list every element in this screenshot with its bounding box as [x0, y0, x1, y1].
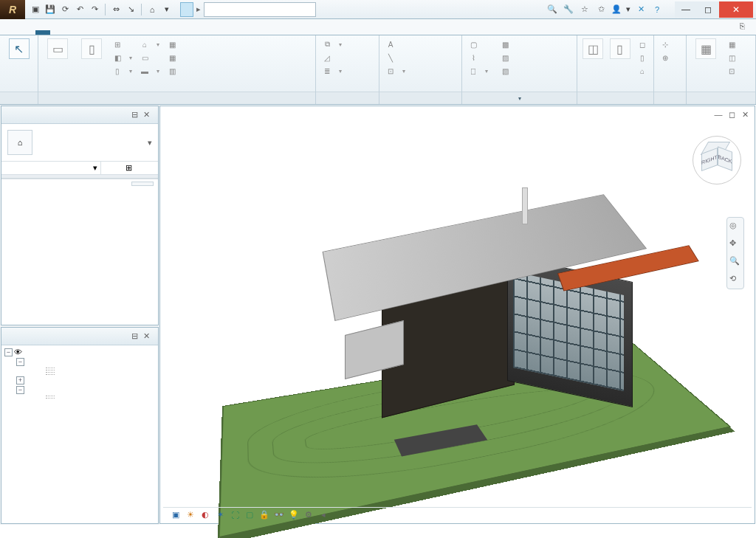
visual-style-icon[interactable]: ▣ — [171, 510, 181, 520]
key-icon[interactable]: 🔧 — [563, 4, 574, 15]
floor-button[interactable]: ▬▾ — [138, 65, 161, 77]
temp-hide-icon[interactable]: 👓 — [274, 510, 284, 520]
crop-region-icon[interactable]: ▢ — [244, 510, 255, 520]
grid-button[interactable]: ⊕ — [659, 52, 672, 63]
qat-open-icon[interactable]: ▣ — [30, 4, 41, 15]
qat-redo-icon[interactable]: ↷ — [89, 4, 100, 15]
tab-collaborate[interactable] — [139, 30, 154, 35]
shadows-icon[interactable]: ◐ — [200, 510, 210, 520]
area-button[interactable]: ▩ — [498, 38, 512, 50]
lock-icon[interactable]: 🔒 — [259, 510, 269, 520]
tab-massing-site[interactable] — [124, 30, 139, 35]
edit-type-button[interactable]: ⊞ — [100, 162, 158, 174]
tree-3d-views[interactable]: − — [4, 385, 155, 395]
dormer-button[interactable]: ⌂ — [636, 65, 649, 77]
browser-header[interactable]: ⊟ ✕ — [1, 328, 158, 345]
viewcube[interactable]: RIGHT BACK — [693, 136, 741, 184]
pin-icon[interactable]: ⊟ — [131, 331, 142, 342]
close-button[interactable]: ✕ — [719, 1, 753, 18]
tree-fireplace[interactable] — [4, 397, 155, 399]
close-icon[interactable]: ✕ — [143, 110, 154, 120]
project-tree[interactable]: −👁 − + − — [1, 345, 158, 523]
pan-icon[interactable]: ✥ — [729, 238, 741, 250]
maximize-button[interactable]: ◻ — [697, 1, 719, 18]
door-button[interactable]: ▯ — [77, 38, 106, 61]
tab-manage[interactable] — [168, 30, 183, 35]
type-selector[interactable]: ⌂ ▾ — [1, 124, 158, 162]
ribbon-expand-icon[interactable]: ⎘ — [740, 21, 753, 35]
qat-sync-icon[interactable]: ⟳ — [59, 4, 71, 15]
qat-align-icon[interactable]: ↘ — [125, 4, 137, 15]
crop-icon[interactable]: ⛶ — [230, 510, 240, 520]
tree-ceiling-plans[interactable]: + — [4, 376, 155, 385]
level-button[interactable]: ⊹ — [659, 38, 672, 50]
star-icon[interactable]: ☆ — [579, 4, 591, 15]
apply-button[interactable] — [131, 182, 154, 186]
worksharing-icon[interactable]: ⚙ — [303, 510, 314, 520]
qat-undo-icon[interactable]: ↶ — [74, 4, 86, 15]
column-button[interactable]: ▯▾ — [111, 65, 134, 77]
railing-button[interactable]: ⧉▾ — [320, 38, 343, 50]
wall-opening-button[interactable]: ◻ — [636, 38, 649, 50]
collapse-icon[interactable]: − — [4, 348, 13, 356]
tab-view[interactable] — [154, 30, 168, 35]
room-separator-button[interactable]: ⌇ — [467, 52, 489, 63]
set-button[interactable]: ▦ — [691, 38, 721, 61]
ceiling-button[interactable]: ▭ — [138, 52, 161, 63]
qat-dropdown-icon[interactable]: ▾ — [161, 4, 173, 15]
ramp-button[interactable]: ◿ — [320, 52, 343, 63]
qat-measure-icon[interactable]: ⇔ — [110, 4, 122, 15]
signin-button[interactable]: 👤 ▾ — [611, 4, 630, 14]
help-icon[interactable]: ? — [651, 4, 663, 15]
document-tab[interactable] — [180, 2, 193, 17]
exchange-icon[interactable]: ✕ — [635, 4, 647, 15]
curtain-system-button[interactable]: ▦ — [165, 38, 182, 50]
reveal-icon[interactable]: 💡 — [289, 510, 299, 520]
collapse-icon[interactable]: − — [16, 386, 24, 394]
favorite-icon[interactable]: ✩ — [595, 4, 607, 15]
view-menu-icon[interactable]: ◂ — [318, 510, 329, 520]
ref-plane-button[interactable]: ◫ — [725, 52, 738, 63]
steering-wheel-icon[interactable]: ◎ — [729, 221, 741, 232]
by-face-button[interactable]: ◫ — [582, 38, 605, 61]
binoculars-icon[interactable]: 🔍 — [546, 4, 558, 15]
collapse-icon[interactable]: − — [16, 358, 24, 366]
wall-button[interactable]: ▭ — [43, 38, 72, 61]
qat-save-icon[interactable]: 💾 — [44, 4, 56, 15]
minimize-button[interactable]: — — [675, 1, 697, 18]
viewport[interactable]: — ◻ ✕ RIGHT BACK ◎ ✥ 🔍 ⟲ — [159, 106, 755, 524]
curtain-grid-button[interactable]: ▦ — [165, 52, 182, 63]
pin-icon[interactable]: ⊟ — [131, 110, 142, 120]
expand-icon[interactable]: + — [16, 376, 24, 384]
shaft-button[interactable]: ▯ — [609, 38, 632, 61]
mullion-button[interactable]: ▥ — [165, 65, 182, 77]
modify-button[interactable]: ↖ — [4, 38, 33, 61]
viewcube-right[interactable]: BACK — [718, 146, 732, 170]
search-input[interactable] — [204, 2, 316, 17]
model-line-button[interactable]: ╲ — [384, 52, 407, 63]
document-tab-next-icon[interactable]: ▸ — [193, 4, 204, 14]
tag-area-button[interactable]: ▧ — [498, 65, 512, 77]
show-plane-button[interactable]: ▦ — [725, 38, 738, 50]
tab-annotate[interactable] — [94, 30, 109, 35]
sun-path-icon[interactable]: ☀ — [185, 510, 196, 520]
model-text-button[interactable]: A — [384, 38, 407, 50]
tree-floor-plans[interactable]: − — [4, 357, 155, 367]
instance-selector[interactable]: ▾ — [1, 162, 100, 174]
tag-room-button[interactable]: ⎕▾ — [467, 65, 489, 77]
stair-button[interactable]: ≣▾ — [320, 65, 343, 77]
properties-header[interactable]: ⊟ ✕ — [1, 106, 158, 124]
max-view-icon[interactable]: ◻ — [726, 109, 737, 120]
qat-switch-icon[interactable]: ⌂ — [146, 4, 158, 15]
component-button[interactable]: ◧▾ — [111, 52, 134, 63]
tab-insert[interactable] — [80, 30, 94, 35]
room-button[interactable]: ▢ — [467, 38, 489, 50]
tab-structure[interactable] — [50, 30, 65, 35]
tree-root[interactable]: −👁 — [4, 347, 155, 357]
close-icon[interactable]: ✕ — [143, 331, 154, 342]
tab-modify[interactable] — [183, 30, 198, 35]
tab-architecture[interactable] — [35, 30, 50, 35]
app-logo[interactable]: R — [0, 0, 25, 19]
model-group-button[interactable]: ⊡▾ — [384, 65, 407, 77]
zoom-icon[interactable]: 🔍 — [729, 256, 741, 268]
